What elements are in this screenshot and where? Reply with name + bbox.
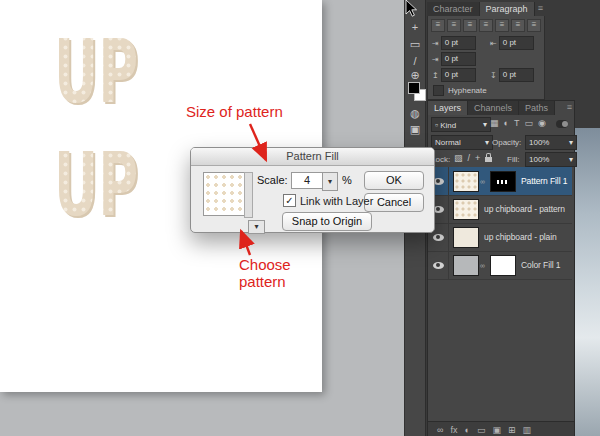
tab-channels[interactable]: Channels (468, 101, 519, 115)
justify-all-icon[interactable]: ≡ (527, 19, 541, 32)
visibility-cell[interactable] (428, 251, 449, 279)
lock-transparency-icon[interactable]: ▨ (454, 153, 463, 163)
hyphenate-checkbox[interactable] (433, 85, 444, 96)
layer-row-color-fill[interactable]: ∞ Color Fill 1 (428, 251, 572, 280)
link-layers-icon[interactable]: ∞ (437, 425, 443, 435)
layers-panel-menu-icon[interactable]: ≡ (567, 102, 572, 112)
tab-paragraph[interactable]: Paragraph (480, 2, 535, 16)
annotation-choose-pattern: Choose pattern (239, 256, 291, 290)
space-after-input[interactable]: 0 pt (499, 68, 534, 82)
move-tool-icon[interactable]: + (405, 20, 425, 34)
layer-name[interactable]: Color Fill 1 (521, 260, 560, 270)
pattern-thumbnail[interactable] (453, 171, 479, 192)
space-before-input[interactable]: 0 pt (441, 68, 476, 82)
kind-caret-icon: ▾ (483, 120, 487, 129)
filter-shape-icon[interactable]: ▭ (524, 118, 533, 128)
layer-name[interactable]: up chipboard - plain (484, 232, 557, 242)
justify-last-right-icon[interactable]: ≡ (511, 19, 525, 32)
foreground-color-swatch[interactable] (408, 82, 420, 94)
filter-smart-object-icon[interactable]: ◉ (538, 118, 546, 128)
indent-right-icon: ⇤ (490, 39, 497, 48)
panel-menu-icon[interactable]: ≡ (538, 3, 543, 13)
link-with-layer-checkbox[interactable]: ✓ Link with Layer (283, 194, 373, 207)
opacity-caret-icon: ▾ (569, 138, 573, 147)
layer-row-pattern-fill[interactable]: ∞ Pattern Fill 1 (428, 167, 572, 196)
indent-right-input[interactable]: 0 pt (499, 36, 534, 50)
eye-icon (433, 262, 444, 269)
new-group-icon[interactable]: ▣ (492, 425, 501, 435)
lock-image-icon[interactable]: / (468, 153, 471, 163)
adjustment-layer-icon[interactable]: ◐ (464, 425, 469, 435)
blend-mode-value: Normal (435, 138, 461, 147)
first-line-indent-icon: ⇥ (432, 55, 439, 64)
color-thumbnail[interactable] (453, 255, 479, 276)
fill-label: Fill: (507, 155, 519, 164)
percent-label: % (342, 174, 352, 186)
link-chain-icon: ∞ (480, 262, 485, 269)
opacity-value: 100% (529, 138, 549, 147)
snap-to-origin-button[interactable]: Snap to Origin (282, 212, 372, 231)
scale-input[interactable]: 4 (291, 172, 323, 189)
space-before-icon: ↥ (432, 71, 439, 80)
tab-paths[interactable]: Paths (519, 101, 555, 115)
quick-mask-icon[interactable]: ◍ (405, 106, 425, 120)
pattern-picker-arrow-icon[interactable]: ▾ (248, 220, 265, 234)
up-word-2: UP (54, 133, 138, 236)
layer-thumbnail[interactable] (453, 199, 479, 220)
space-before-field: ↥ 0 pt (432, 68, 476, 82)
tab-layers[interactable]: Layers (428, 101, 468, 115)
align-right-icon[interactable]: ≡ (463, 19, 477, 32)
fill-value: 100% (529, 155, 549, 164)
tab-character[interactable]: Character (427, 2, 480, 16)
layer-mask-icon[interactable]: ▭ (477, 425, 486, 435)
justify-last-center-icon[interactable]: ≡ (495, 19, 509, 32)
alignment-buttons: ≡ ≡ ≡ ≡ ≡ ≡ ≡ (431, 19, 541, 32)
filter-type-icon[interactable]: T (514, 118, 520, 128)
layer-thumbnail[interactable] (453, 227, 479, 248)
filter-kind-dropdown[interactable]: ▫Kind ▾ (431, 117, 491, 132)
layer-name[interactable]: up chipboard - pattern (484, 204, 565, 214)
scale-dropdown-icon[interactable]: ▾ (322, 172, 338, 191)
fill-caret-icon: ▾ (569, 155, 573, 164)
delete-layer-icon[interactable]: ▥ (522, 425, 531, 435)
brush-tool-icon[interactable]: / (405, 54, 425, 68)
align-left-icon[interactable]: ≡ (431, 19, 445, 32)
filter-adjustment-icon[interactable]: ◐ (504, 118, 509, 128)
lock-all-icon[interactable] (485, 157, 492, 162)
new-layer-icon[interactable]: ⊞ (508, 425, 516, 435)
checkbox-check-icon: ✓ (283, 194, 296, 207)
scale-label: Scale: (257, 174, 288, 186)
layer-style-icon[interactable]: fx (450, 425, 457, 435)
fill-dropdown[interactable]: 100% ▾ (525, 152, 577, 167)
opacity-dropdown[interactable]: 100% ▾ (525, 135, 577, 150)
blend-mode-dropdown[interactable]: Normal ▾ (431, 135, 493, 150)
layer-mask-thumbnail[interactable] (490, 255, 516, 276)
space-after-icon: ↧ (490, 71, 497, 80)
first-line-indent-input[interactable]: 0 pt (441, 52, 476, 66)
lock-position-icon[interactable]: + (475, 153, 480, 163)
indent-left-input[interactable]: 0 pt (441, 36, 476, 50)
layer-row-chipboard-plain[interactable]: up chipboard - plain (428, 223, 572, 252)
desktop-wallpaper (573, 128, 600, 436)
blend-caret-icon: ▾ (485, 138, 489, 147)
align-center-icon[interactable]: ≡ (447, 19, 461, 32)
pattern-swatch[interactable] (203, 172, 245, 216)
marquee-tool-icon[interactable]: ▭ (405, 37, 425, 51)
filter-icons: ▦ ◐ T ▭ ◉ (490, 118, 548, 128)
ok-button[interactable]: OK (364, 171, 424, 190)
filter-pixel-icon[interactable]: ▦ (490, 118, 499, 128)
zoom-tool-icon[interactable]: ⊕ (405, 68, 425, 82)
layers-bottom-bar: ∞ fx ◐ ▭ ▣ ⊞ ▥ (428, 421, 574, 436)
space-after-field: ↧ 0 pt (490, 68, 534, 82)
hyphenate-row: Hyphenate (433, 85, 487, 96)
filter-toggle-switch[interactable] (556, 120, 568, 128)
lock-icons: ▨ / + (454, 153, 492, 163)
layer-name[interactable]: Pattern Fill 1 (521, 176, 567, 186)
eye-icon (433, 234, 444, 241)
screen-mode-icon[interactable]: ▣ (405, 122, 425, 136)
justify-last-left-icon[interactable]: ≡ (479, 19, 493, 32)
layer-row-chipboard-pattern[interactable]: up chipboard - pattern (428, 195, 572, 224)
panel-dock: Character Paragraph ≡ ≡ ≡ ≡ ≡ ≡ ≡ ≡ ⇥ 0 … (425, 0, 600, 436)
layer-mask-thumbnail[interactable] (490, 171, 516, 192)
dialog-body: ▾ Scale: 4 ▾ % OK Cancel ✓ Link with Lay… (191, 165, 434, 232)
